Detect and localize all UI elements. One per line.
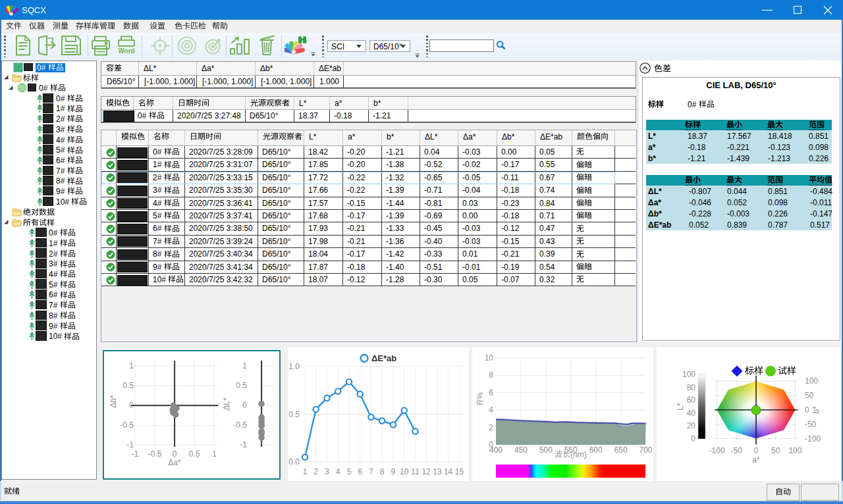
svg-text:5: 5	[347, 467, 352, 476]
svg-text:-100: -100	[709, 446, 725, 455]
svg-text:10: 10	[400, 467, 409, 476]
svg-text:6: 6	[489, 388, 493, 397]
svg-text:0: 0	[754, 446, 759, 455]
svg-text:-100: -100	[805, 434, 821, 443]
svg-text:1: 1	[242, 361, 247, 370]
svg-text:4: 4	[336, 467, 340, 476]
svg-text:Δa*: Δa*	[168, 458, 181, 467]
svg-text:3: 3	[325, 467, 329, 476]
svg-text:80: 80	[687, 383, 696, 392]
svg-text:14: 14	[444, 467, 453, 476]
svg-text:0.5: 0.5	[189, 449, 200, 459]
svg-text:2: 2	[313, 467, 318, 476]
svg-text:Δb*: Δb*	[109, 395, 118, 408]
svg-text:50: 50	[805, 391, 814, 400]
svg-text:0: 0	[805, 405, 809, 415]
svg-text:0: 0	[691, 434, 695, 443]
svg-text:100: 100	[788, 446, 802, 455]
svg-text:10: 10	[485, 353, 494, 363]
svg-text:-0.5: -0.5	[120, 420, 134, 430]
svg-text:11: 11	[411, 467, 420, 476]
svg-text:600: 600	[589, 445, 603, 455]
svg-text:1.0: 1.0	[288, 362, 300, 371]
svg-text:100: 100	[805, 376, 818, 386]
svg-text:8: 8	[380, 467, 385, 476]
svg-text:1: 1	[212, 449, 217, 459]
svg-text:-0.5: -0.5	[233, 420, 247, 430]
svg-text:4: 4	[489, 405, 493, 415]
svg-text:b*: b*	[811, 406, 821, 414]
svg-text:60: 60	[687, 395, 696, 405]
svg-text:0.5: 0.5	[122, 381, 134, 390]
svg-text:0: 0	[242, 401, 247, 410]
svg-text:1: 1	[129, 361, 134, 370]
svg-text:8: 8	[489, 370, 493, 380]
svg-text:100: 100	[682, 370, 695, 379]
svg-text:0.0: 0.0	[288, 457, 300, 466]
svg-text:1: 1	[303, 467, 308, 476]
svg-text:R%: R%	[476, 392, 485, 405]
svg-text:0.5: 0.5	[288, 410, 300, 419]
svg-text:0.5: 0.5	[236, 381, 247, 390]
svg-text:15: 15	[455, 467, 464, 476]
svg-text:20: 20	[687, 421, 696, 430]
svg-text:12: 12	[422, 467, 431, 476]
svg-text:-1: -1	[126, 440, 134, 449]
svg-text:ΔL*: ΔL*	[222, 397, 231, 411]
svg-text:-1: -1	[240, 440, 247, 449]
svg-text:ΔE*ab: ΔE*ab	[371, 353, 396, 363]
svg-text:9: 9	[391, 467, 396, 476]
svg-text:7: 7	[369, 467, 373, 476]
svg-text:13: 13	[433, 467, 442, 476]
svg-text:0: 0	[129, 401, 134, 410]
svg-text:650: 650	[614, 445, 628, 455]
svg-text:-1: -1	[132, 449, 139, 459]
svg-text:500: 500	[539, 445, 553, 455]
svg-text:700: 700	[639, 445, 652, 455]
svg-text:a*: a*	[752, 455, 760, 465]
svg-text:450: 450	[514, 445, 528, 455]
svg-text:-50: -50	[731, 446, 743, 455]
svg-text:2: 2	[489, 423, 493, 432]
svg-text:6: 6	[358, 467, 362, 476]
svg-text:-0.5: -0.5	[148, 449, 162, 459]
svg-text:40: 40	[687, 409, 696, 418]
svg-text:L*: L*	[676, 403, 685, 411]
svg-text:-50: -50	[805, 420, 817, 429]
svg-text:400: 400	[489, 445, 503, 455]
svg-text:0: 0	[173, 449, 177, 459]
svg-text:50: 50	[771, 446, 780, 455]
